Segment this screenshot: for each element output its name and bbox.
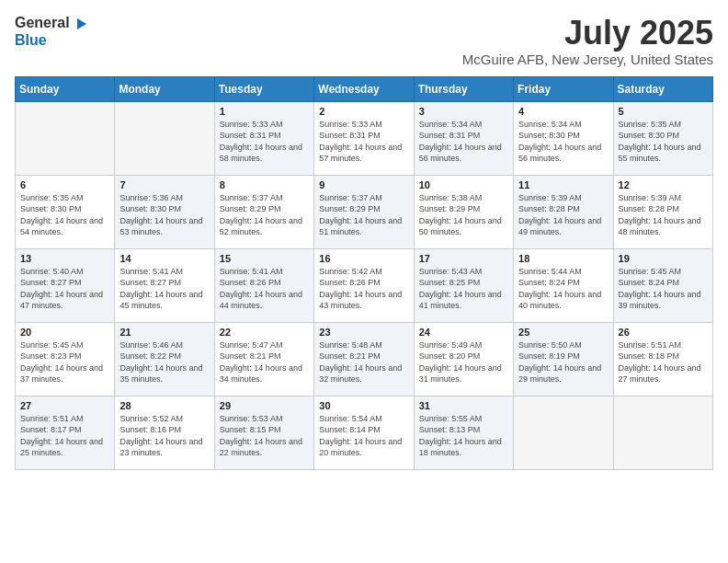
cell-sunrise: Sunrise: 5:34 AM [518, 119, 608, 131]
week-row-2: 6 Sunrise: 5:35 AM Sunset: 8:30 PM Dayli… [16, 175, 713, 248]
cell-sunrise: Sunrise: 5:47 AM [220, 339, 309, 351]
cell-daylight: Daylight: 14 hours and 54 minutes. [20, 215, 109, 238]
cell-sunrise: Sunrise: 5:36 AM [119, 192, 209, 204]
cell-july-9: 9 Sunrise: 5:37 AM Sunset: 8:29 PM Dayli… [314, 175, 414, 248]
cell-sunset: Sunset: 8:30 PM [518, 130, 608, 142]
day-number: 8 [220, 179, 309, 190]
cell-daylight: Daylight: 14 hours and 45 minutes. [119, 289, 209, 312]
logo: General Blue [15, 15, 88, 48]
subtitle: McGuire AFB, New Jersey, United States [462, 52, 713, 67]
cell-sunset: Sunset: 8:29 PM [419, 203, 508, 215]
day-number: 7 [119, 179, 209, 190]
cell-daylight: Daylight: 14 hours and 47 minutes. [20, 289, 109, 312]
cell-daylight: Daylight: 14 hours and 50 minutes. [419, 215, 508, 238]
day-number: 17 [419, 253, 508, 264]
cell-daylight: Daylight: 14 hours and 57 minutes. [319, 142, 408, 165]
cell-daylight: Daylight: 14 hours and 48 minutes. [619, 215, 708, 238]
day-number: 27 [20, 400, 109, 411]
cell-sunset: Sunset: 8:16 PM [119, 424, 209, 436]
cell-july-1: 1 Sunrise: 5:33 AM Sunset: 8:31 PM Dayli… [214, 101, 313, 175]
cell-july-22: 22 Sunrise: 5:47 AM Sunset: 8:21 PM Dayl… [214, 322, 313, 396]
cell-sunset: Sunset: 8:26 PM [319, 277, 408, 289]
title-area: July 2025 McGuire AFB, New Jersey, Unite… [462, 15, 713, 67]
cell-daylight: Daylight: 14 hours and 44 minutes. [220, 289, 309, 312]
cell-daylight: Daylight: 14 hours and 37 minutes. [20, 362, 109, 385]
day-header-monday: Monday [115, 76, 214, 101]
cell-sunset: Sunset: 8:26 PM [220, 277, 309, 289]
cell-daylight: Daylight: 14 hours and 52 minutes. [220, 215, 309, 238]
cell-sunset: Sunset: 8:27 PM [20, 277, 109, 289]
day-number: 10 [419, 179, 508, 190]
day-header-friday: Friday [514, 76, 613, 101]
logo-arrow-icon [72, 16, 88, 32]
cell-sunset: Sunset: 8:21 PM [220, 350, 309, 362]
cell-daylight: Daylight: 14 hours and 20 minutes. [319, 436, 408, 459]
cell-sunset: Sunset: 8:31 PM [220, 130, 309, 142]
cell-daylight: Daylight: 14 hours and 18 minutes. [419, 436, 508, 459]
cell-daylight: Daylight: 14 hours and 22 minutes. [220, 436, 309, 459]
cell-july-12: 12 Sunrise: 5:39 AM Sunset: 8:28 PM Dayl… [613, 175, 712, 248]
cell-daylight: Daylight: 14 hours and 41 minutes. [419, 289, 508, 312]
cell-sunrise: Sunrise: 5:55 AM [419, 413, 508, 425]
cell-daylight: Daylight: 14 hours and 23 minutes. [119, 436, 209, 459]
day-number: 9 [319, 179, 408, 190]
cell-july-27: 27 Sunrise: 5:51 AM Sunset: 8:17 PM Dayl… [16, 396, 115, 469]
header: General Blue July 2025 McGuire AFB, New … [15, 15, 713, 67]
day-header-saturday: Saturday [613, 76, 712, 101]
cell-sunrise: Sunrise: 5:38 AM [419, 192, 508, 204]
cell-sunset: Sunset: 8:31 PM [419, 130, 508, 142]
cell-july-16: 16 Sunrise: 5:42 AM Sunset: 8:26 PM Dayl… [314, 248, 414, 322]
day-number: 19 [619, 253, 708, 264]
day-header-thursday: Thursday [414, 76, 513, 101]
cell-sunset: Sunset: 8:17 PM [20, 424, 109, 436]
cell-daylight: Daylight: 14 hours and 49 minutes. [518, 215, 608, 238]
cell-sunset: Sunset: 8:30 PM [119, 203, 209, 215]
cell-daylight: Daylight: 14 hours and 29 minutes. [518, 362, 608, 385]
cell-empty-4-5 [514, 396, 613, 469]
cell-sunset: Sunset: 8:21 PM [319, 350, 408, 362]
cell-july-18: 18 Sunrise: 5:44 AM Sunset: 8:24 PM Dayl… [514, 248, 613, 322]
day-number: 21 [119, 327, 209, 338]
cell-july-28: 28 Sunrise: 5:52 AM Sunset: 8:16 PM Dayl… [115, 396, 214, 469]
cell-sunrise: Sunrise: 5:53 AM [220, 413, 309, 425]
cell-sunrise: Sunrise: 5:33 AM [319, 119, 408, 131]
cell-sunrise: Sunrise: 5:48 AM [319, 339, 408, 351]
cell-sunrise: Sunrise: 5:34 AM [419, 119, 508, 131]
cell-sunrise: Sunrise: 5:39 AM [518, 192, 608, 204]
cell-sunset: Sunset: 8:28 PM [619, 203, 708, 215]
cell-empty-4-6 [613, 396, 712, 469]
cell-july-8: 8 Sunrise: 5:37 AM Sunset: 8:29 PM Dayli… [214, 175, 313, 248]
cell-daylight: Daylight: 14 hours and 56 minutes. [419, 142, 508, 165]
cell-july-4: 4 Sunrise: 5:34 AM Sunset: 8:30 PM Dayli… [514, 101, 613, 175]
cell-sunrise: Sunrise: 5:50 AM [518, 339, 608, 351]
calendar-table: SundayMondayTuesdayWednesdayThursdayFrid… [15, 76, 713, 470]
day-number: 3 [419, 106, 508, 117]
cell-daylight: Daylight: 14 hours and 55 minutes. [619, 142, 708, 165]
logo-general: General [15, 15, 70, 30]
cell-sunset: Sunset: 8:20 PM [419, 350, 508, 362]
cell-sunset: Sunset: 8:31 PM [319, 130, 408, 142]
cell-sunset: Sunset: 8:29 PM [220, 203, 309, 215]
cell-sunset: Sunset: 8:14 PM [319, 424, 408, 436]
main-title: July 2025 [462, 15, 713, 52]
cell-daylight: Daylight: 14 hours and 35 minutes. [119, 362, 209, 385]
cell-daylight: Daylight: 14 hours and 27 minutes. [619, 362, 708, 385]
day-number: 13 [20, 253, 109, 264]
cell-sunset: Sunset: 8:18 PM [619, 350, 708, 362]
cell-sunset: Sunset: 8:27 PM [119, 277, 209, 289]
cell-july-30: 30 Sunrise: 5:54 AM Sunset: 8:14 PM Dayl… [314, 396, 414, 469]
cell-july-15: 15 Sunrise: 5:41 AM Sunset: 8:26 PM Dayl… [214, 248, 313, 322]
cell-july-26: 26 Sunrise: 5:51 AM Sunset: 8:18 PM Dayl… [613, 322, 712, 396]
day-number: 12 [619, 179, 708, 190]
cell-daylight: Daylight: 14 hours and 39 minutes. [619, 289, 708, 312]
day-header-sunday: Sunday [16, 76, 115, 101]
cell-sunrise: Sunrise: 5:46 AM [119, 339, 209, 351]
cell-sunrise: Sunrise: 5:45 AM [619, 266, 708, 278]
day-number: 11 [518, 179, 608, 190]
day-header-row: SundayMondayTuesdayWednesdayThursdayFrid… [16, 76, 713, 101]
cell-sunrise: Sunrise: 5:42 AM [319, 266, 408, 278]
cell-sunset: Sunset: 8:30 PM [20, 203, 109, 215]
cell-sunset: Sunset: 8:15 PM [220, 424, 309, 436]
cell-daylight: Daylight: 14 hours and 25 minutes. [20, 436, 109, 459]
day-header-tuesday: Tuesday [214, 76, 313, 101]
